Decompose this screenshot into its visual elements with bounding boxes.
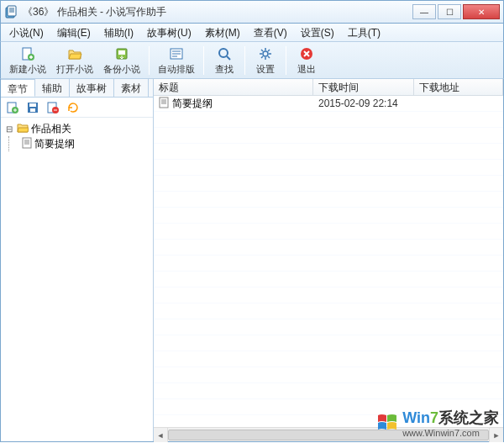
delete-button[interactable]: [45, 100, 61, 115]
minimize-button[interactable]: —: [412, 4, 436, 19]
svg-rect-43: [160, 98, 168, 108]
folder-open-icon: [17, 123, 29, 135]
menu-material[interactable]: 素材(M): [198, 24, 247, 41]
open-novel-label: 打开小说: [56, 63, 93, 76]
document-icon: [22, 137, 32, 151]
backup-icon: [114, 45, 129, 62]
column-header-url[interactable]: 下载地址: [414, 79, 503, 95]
auto-layout-label: 自动排版: [158, 63, 195, 76]
row-url: [414, 103, 503, 104]
svg-line-22: [261, 50, 263, 51]
open-novel-button[interactable]: 打开小说: [51, 44, 98, 77]
search-icon: [217, 45, 232, 62]
row-title: 简要提纲: [172, 97, 213, 111]
list-body[interactable]: 简要提纲 2015-02-09 22:14: [154, 96, 503, 427]
tree-root-node[interactable]: ⊟ 作品相关: [3, 121, 151, 136]
scroll-thumb[interactable]: [168, 430, 489, 440]
right-pane: 标题 下载时间 下载地址 简要提纲 2015-02-09 22:14 ◄ ►: [154, 79, 503, 441]
left-pane: 章节 辅助 故事树 素材 ⊟ 作品相关 简要提纲: [1, 79, 154, 441]
list-row[interactable]: 简要提纲 2015-02-09 22:14: [154, 96, 503, 111]
maximize-button[interactable]: ☐: [438, 4, 461, 19]
layout-icon: [169, 45, 184, 62]
menu-novel[interactable]: 小说(N): [3, 24, 50, 41]
left-tabs: 章节 辅助 故事树 素材: [1, 79, 153, 98]
svg-point-15: [219, 49, 228, 57]
svg-rect-10: [118, 50, 125, 55]
add-item-button[interactable]: [4, 100, 21, 115]
toolbar: 新建小说 打开小说 备份小说 自动排版 查找 设置 退出: [0, 42, 504, 79]
svg-rect-1: [8, 6, 16, 16]
chapter-tree[interactable]: ⊟ 作品相关 简要提纲: [1, 118, 153, 441]
horizontal-scrollbar[interactable]: ◄ ►: [154, 427, 503, 441]
close-button[interactable]: ✕: [463, 4, 500, 19]
menubar: 小说(N) 编辑(E) 辅助(I) 故事树(U) 素材(M) 查看(V) 设置(…: [0, 24, 504, 42]
new-novel-label: 新建小说: [9, 63, 46, 76]
open-folder-icon: [67, 45, 82, 62]
backup-novel-button[interactable]: 备份小说: [98, 44, 145, 77]
body-area: 章节 辅助 故事树 素材 ⊟ 作品相关 简要提纲: [0, 79, 504, 442]
menu-view[interactable]: 查看(V): [247, 24, 294, 41]
tab-story-tree[interactable]: 故事树: [70, 79, 114, 97]
new-novel-button[interactable]: 新建小说: [4, 44, 51, 77]
svg-rect-35: [30, 108, 35, 112]
document-icon: [159, 97, 169, 111]
save-button[interactable]: [24, 100, 41, 115]
column-header-time[interactable]: 下载时间: [313, 79, 414, 95]
toolbar-separator: [286, 46, 286, 75]
left-toolbar: [1, 98, 153, 118]
toolbar-separator: [203, 46, 204, 75]
exit-icon: [299, 45, 314, 62]
svg-line-25: [261, 56, 263, 58]
svg-line-23: [268, 56, 270, 58]
tree-child-node[interactable]: 简要提纲: [18, 136, 151, 151]
scroll-left-arrow[interactable]: ◄: [154, 428, 168, 442]
menu-tools[interactable]: 工具(T): [341, 24, 387, 41]
auto-layout-button[interactable]: 自动排版: [153, 44, 200, 77]
toolbar-separator: [244, 46, 245, 75]
collapse-icon[interactable]: ⊟: [4, 124, 14, 134]
settings-label: 设置: [256, 63, 275, 76]
svg-point-17: [263, 51, 268, 56]
window-buttons: — ☐ ✕: [412, 4, 500, 19]
titlebar: 《36》 作品相关 - 小说写作助手 — ☐ ✕: [0, 0, 504, 24]
menu-story-tree[interactable]: 故事树(U): [140, 24, 198, 41]
gear-icon: [258, 45, 273, 62]
toolbar-separator: [149, 46, 150, 75]
svg-line-16: [227, 56, 230, 60]
column-header-title[interactable]: 标题: [154, 79, 313, 95]
scroll-right-arrow[interactable]: ►: [489, 428, 503, 442]
find-button[interactable]: 查找: [207, 44, 241, 77]
backup-novel-label: 备份小说: [103, 63, 140, 76]
app-icon: [4, 5, 18, 18]
exit-label: 退出: [297, 63, 316, 76]
menu-assist[interactable]: 辅助(I): [97, 24, 140, 41]
tree-child-label: 简要提纲: [34, 137, 75, 151]
svg-rect-39: [23, 138, 31, 148]
tree-root-label: 作品相关: [31, 122, 71, 136]
window-title: 《36》 作品相关 - 小说写作助手: [23, 5, 412, 19]
menu-settings[interactable]: 设置(S): [294, 24, 341, 41]
tab-assist[interactable]: 辅助: [35, 79, 70, 97]
svg-rect-34: [29, 103, 36, 107]
tab-material[interactable]: 素材: [114, 79, 149, 97]
find-label: 查找: [215, 63, 234, 76]
row-time: 2015-02-09 22:14: [313, 97, 414, 110]
menu-edit[interactable]: 编辑(E): [50, 24, 97, 41]
exit-button[interactable]: 退出: [290, 44, 323, 77]
refresh-button[interactable]: [65, 100, 81, 115]
new-file-icon: [20, 45, 35, 62]
list-header: 标题 下载时间 下载地址: [154, 79, 503, 96]
tab-chapter[interactable]: 章节: [1, 79, 35, 97]
svg-line-24: [268, 50, 270, 51]
settings-button[interactable]: 设置: [249, 44, 282, 77]
